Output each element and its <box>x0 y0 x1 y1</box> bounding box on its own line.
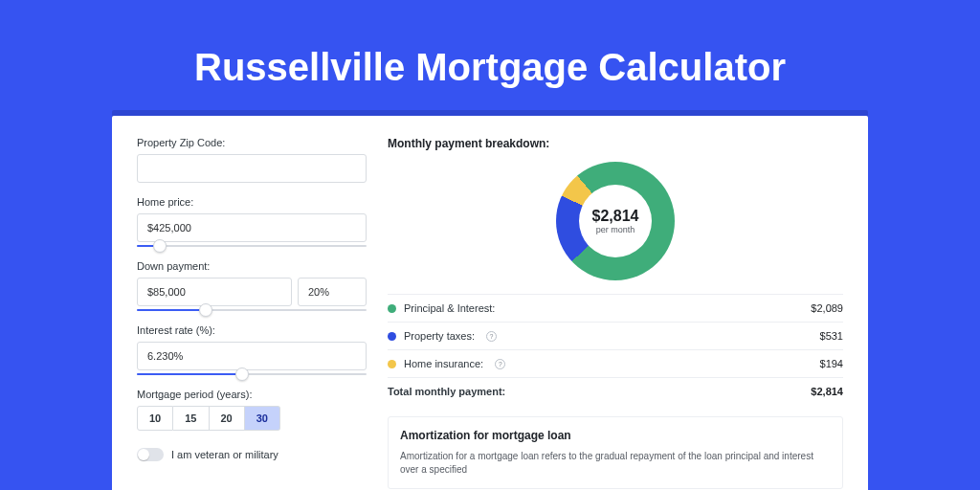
legend-row-total: Total monthly payment: $2,814 <box>388 377 843 405</box>
interest-rate-field: Interest rate (%): <box>137 324 367 375</box>
amortization-card: Amortization for mortgage loan Amortizat… <box>388 416 843 489</box>
home-price-field: Home price: <box>137 196 367 247</box>
donut-amount: $2,814 <box>592 208 639 225</box>
veteran-toggle[interactable] <box>137 448 164 461</box>
legend-label: Property taxes: <box>404 330 475 342</box>
period-option-10[interactable]: 10 <box>137 406 173 431</box>
zip-field: Property Zip Code: <box>137 137 367 183</box>
legend-value: $194 <box>820 358 843 369</box>
page-title: Russellville Mortgage Calculator <box>0 46 980 89</box>
mortgage-period-field: Mortgage period (years): 10 15 20 30 <box>137 389 367 431</box>
legend-label: Home insurance: <box>404 358 483 369</box>
zip-input[interactable] <box>137 154 367 183</box>
input-panel: Property Zip Code: Home price: Down paym… <box>137 137 367 489</box>
slider-thumb-icon[interactable] <box>235 368 249 381</box>
total-label: Total monthly payment: <box>388 386 505 397</box>
breakdown-title: Monthly payment breakdown: <box>388 137 843 150</box>
period-option-20[interactable]: 20 <box>210 406 245 431</box>
interest-rate-label: Interest rate (%): <box>137 324 367 336</box>
legend-row-insurance: Home insurance: ? $194 <box>388 349 843 377</box>
legend-dot-icon <box>388 360 396 368</box>
help-icon[interactable]: ? <box>486 331 497 342</box>
period-option-30[interactable]: 30 <box>245 406 280 431</box>
slider-thumb-icon[interactable] <box>153 239 167 253</box>
legend-dot-icon <box>388 332 396 341</box>
legend-value: $531 <box>820 330 843 342</box>
donut-center: $2,814 per month <box>579 185 652 257</box>
veteran-toggle-label: I am veteran or military <box>171 449 278 460</box>
legend-label: Principal & Interest: <box>404 302 495 314</box>
down-payment-field: Down payment: <box>137 260 367 311</box>
legend-value: $2,089 <box>811 302 843 314</box>
interest-rate-slider[interactable] <box>137 373 367 375</box>
help-icon[interactable]: ? <box>495 359 505 369</box>
toggle-knob-icon <box>138 449 149 460</box>
legend-dot-icon <box>388 304 396 313</box>
total-value: $2,814 <box>811 386 843 397</box>
interest-rate-input[interactable] <box>137 342 367 370</box>
mortgage-period-selector: 10 15 20 30 <box>137 406 367 431</box>
down-payment-pct-input[interactable] <box>298 278 367 306</box>
donut-sublabel: per month <box>596 225 635 234</box>
period-option-15[interactable]: 15 <box>173 406 209 431</box>
slider-thumb-icon[interactable] <box>199 303 212 317</box>
calculator-card: Property Zip Code: Home price: Down paym… <box>112 116 868 490</box>
breakdown-panel: Monthly payment breakdown: $2,814 per mo… <box>388 137 843 489</box>
down-payment-input[interactable] <box>137 278 292 306</box>
amortization-body: Amortization for a mortgage loan refers … <box>400 450 831 477</box>
home-price-input[interactable] <box>137 213 367 242</box>
mortgage-period-label: Mortgage period (years): <box>137 389 367 400</box>
veteran-toggle-row: I am veteran or military <box>137 448 367 461</box>
down-payment-label: Down payment: <box>137 260 367 272</box>
legend-row-principal: Principal & Interest: $2,089 <box>388 294 843 322</box>
zip-label: Property Zip Code: <box>137 137 367 148</box>
donut-chart: $2,814 per month <box>388 162 843 280</box>
down-payment-slider[interactable] <box>137 309 367 311</box>
home-price-label: Home price: <box>137 196 367 208</box>
home-price-slider[interactable] <box>137 245 367 247</box>
amortization-title: Amortization for mortgage loan <box>400 429 831 442</box>
legend-row-taxes: Property taxes: ? $531 <box>388 322 843 349</box>
